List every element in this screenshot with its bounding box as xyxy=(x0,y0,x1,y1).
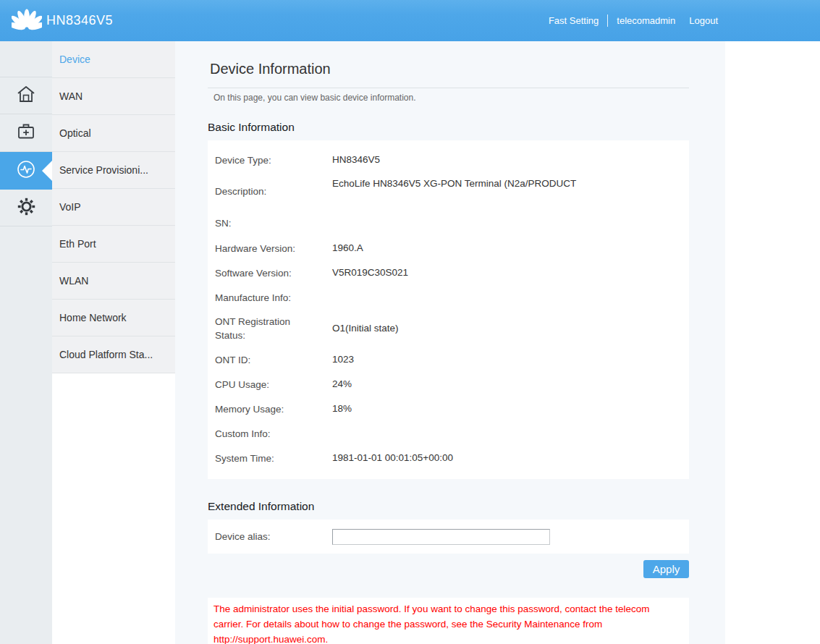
fast-setting-link[interactable]: Fast Setting xyxy=(549,15,599,26)
extended-information-heading: Extended Information xyxy=(208,499,689,513)
gear-icon xyxy=(17,197,36,219)
row-custom-info: Custom Info: xyxy=(215,421,689,446)
topbar-links: Fast Setting telecomadmin Logout xyxy=(549,0,718,41)
info-label: SN: xyxy=(215,216,325,230)
sidebar-item-settings[interactable] xyxy=(0,190,52,226)
sidebar-item-home[interactable] xyxy=(0,77,52,114)
row-manufacture-info: Manufacture Info: xyxy=(215,285,689,310)
menu-item-cloud-platform[interactable]: Cloud Platform Sta... xyxy=(52,336,175,373)
activity-status-icon xyxy=(14,158,38,184)
info-value: EchoLife HN8346V5 XG-PON Terminal (N2a/P… xyxy=(332,177,576,190)
row-device-type: Device Type: HN8346V5 xyxy=(215,148,689,172)
extended-information-panel: Device alias: xyxy=(208,520,689,554)
apply-row: Apply xyxy=(208,560,689,578)
main-content: Device Information On this page, you can… xyxy=(175,41,725,644)
info-label: ONT ID: xyxy=(215,353,325,367)
row-ont-id: ONT ID: 1023 xyxy=(215,347,689,372)
info-label: Custom Info: xyxy=(215,427,325,441)
apply-button[interactable]: Apply xyxy=(643,560,689,578)
icon-sidebar xyxy=(0,41,52,644)
row-ont-registration-status: ONT Registration Status: O1(Initial stat… xyxy=(215,310,689,347)
selected-notch-arrow xyxy=(42,161,52,181)
menu-item-optical[interactable]: Optical xyxy=(52,115,175,152)
sidebar-item-services[interactable] xyxy=(0,114,52,152)
title-divider xyxy=(208,88,689,88)
menu-item-service-provisioning[interactable]: Service Provisioni... xyxy=(52,152,175,189)
row-memory-usage: Memory Usage: 18% xyxy=(215,397,689,421)
menu-item-home-network[interactable]: Home Network xyxy=(52,300,175,336)
row-hardware-version: Hardware Version: 1960.A xyxy=(215,236,689,260)
menu-item-device[interactable]: Device xyxy=(52,41,175,78)
device-submenu: Device WAN Optical Service Provisioni...… xyxy=(52,41,175,373)
info-label: Device Type: xyxy=(215,153,325,167)
row-system-time: System Time: 1981-01-01 00:01:05+00:00 xyxy=(215,446,689,470)
menu-item-eth-port[interactable]: Eth Port xyxy=(52,226,175,263)
row-cpu-usage: CPU Usage: 24% xyxy=(215,372,689,397)
info-value: 24% xyxy=(332,378,352,391)
info-label: Description: xyxy=(215,185,325,198)
info-value: 1981-01-01 00:01:05+00:00 xyxy=(332,452,453,465)
page-title: Device Information xyxy=(208,60,689,77)
info-label: System Time: xyxy=(215,452,325,465)
info-label: Memory Usage: xyxy=(215,402,325,416)
info-value: 1023 xyxy=(332,353,354,366)
basic-information-heading: Basic Information xyxy=(208,120,689,134)
top-bar: HN8346V5 Fast Setting telecomadmin Logou… xyxy=(0,0,820,41)
brand: HN8346V5 xyxy=(12,5,113,37)
info-value: O1(Initial state) xyxy=(332,322,399,335)
info-value: 18% xyxy=(332,402,352,415)
password-warning-text: The administrator uses the initial passw… xyxy=(208,598,689,644)
menu-item-wan[interactable]: WAN xyxy=(52,78,175,115)
device-alias-input[interactable] xyxy=(332,529,550,545)
menu-item-voip[interactable]: VoIP xyxy=(52,189,175,226)
info-label: Manufacture Info: xyxy=(215,291,325,305)
info-label: CPU Usage: xyxy=(215,378,325,391)
logged-in-user[interactable]: telecomadmin xyxy=(617,15,675,26)
page-subtitle: On this page, you can view basic device … xyxy=(208,93,689,103)
row-description: Description: EchoLife HN8346V5 XG-PON Te… xyxy=(215,172,689,210)
rail-filler xyxy=(0,226,52,644)
logout-link[interactable]: Logout xyxy=(689,15,718,26)
info-value: 1960.A xyxy=(332,242,363,255)
info-label: Hardware Version: xyxy=(215,242,325,255)
info-value: HN8346V5 xyxy=(332,153,380,166)
info-label: Software Version: xyxy=(215,266,325,280)
device-alias-label: Device alias: xyxy=(215,531,325,542)
case-plus-icon xyxy=(16,122,36,144)
topbar-divider xyxy=(607,14,608,27)
home-icon xyxy=(15,84,37,107)
basic-information-panel: Device Type: HN8346V5 Description: EchoL… xyxy=(208,140,689,479)
menu-item-wlan[interactable]: WLAN xyxy=(52,263,175,300)
device-model-title: HN8346V5 xyxy=(46,13,113,28)
info-value: V5R019C30S021 xyxy=(332,266,408,279)
row-sn: SN: xyxy=(215,210,689,236)
row-software-version: Software Version: V5R019C30S021 xyxy=(215,260,689,285)
huawei-logo-icon xyxy=(12,5,42,37)
info-label: ONT Registration Status: xyxy=(215,315,325,342)
rail-empty-cell xyxy=(0,41,52,77)
